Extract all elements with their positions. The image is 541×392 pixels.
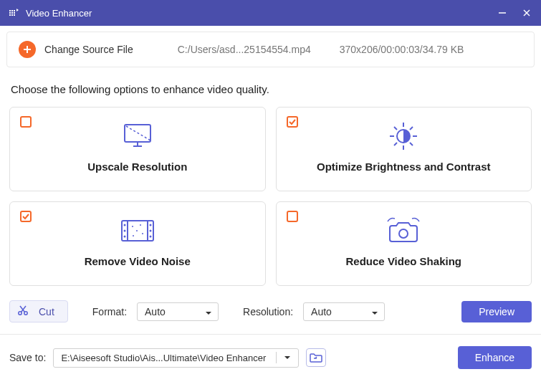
- svg-rect-6: [14, 10, 15, 11]
- minimize-button[interactable]: [497, 7, 508, 19]
- svg-point-38: [149, 235, 151, 237]
- chevron-down-icon: [371, 306, 378, 317]
- option-title: Remove Video Noise: [85, 255, 191, 267]
- change-source-button[interactable]: Change Source File: [44, 44, 133, 55]
- svg-rect-0: [9, 10, 11, 11]
- option-title: Optimize Brightness and Contrast: [317, 161, 491, 173]
- film-icon: [119, 215, 156, 247]
- cut-label: Cut: [39, 306, 54, 317]
- svg-rect-44: [287, 211, 297, 221]
- folder-icon: [310, 353, 322, 363]
- svg-rect-19: [287, 117, 297, 127]
- option-title: Upscale Resolution: [87, 161, 187, 173]
- option-remove-video-noise[interactable]: Remove Video Noise: [9, 201, 266, 286]
- svg-rect-8: [14, 14, 15, 16]
- titlebar: Video Enhancer: [0, 0, 541, 26]
- plus-icon[interactable]: [19, 41, 36, 58]
- svg-rect-4: [11, 12, 13, 14]
- monitor-icon: [120, 120, 155, 152]
- svg-rect-29: [21, 211, 31, 221]
- checkbox-checked-icon[interactable]: [287, 116, 298, 128]
- svg-rect-5: [11, 14, 13, 16]
- option-upscale-resolution[interactable]: Upscale Resolution: [9, 107, 266, 191]
- format-label: Format:: [92, 306, 127, 317]
- svg-point-34: [123, 229, 125, 231]
- svg-rect-7: [14, 12, 15, 14]
- checkbox-unchecked-icon[interactable]: [287, 211, 298, 222]
- checkbox-unchecked-icon[interactable]: [20, 116, 32, 128]
- app-title: Video Enhancer: [26, 8, 497, 19]
- svg-point-43: [133, 235, 134, 236]
- svg-point-37: [149, 229, 151, 231]
- open-folder-button[interactable]: [306, 348, 326, 367]
- option-reduce-video-shaking[interactable]: Reduce Video Shaking: [276, 201, 532, 286]
- resolution-select[interactable]: Auto: [303, 302, 385, 321]
- checkbox-checked-icon[interactable]: [20, 211, 32, 222]
- chevron-down-icon: [205, 306, 212, 317]
- svg-line-26: [410, 143, 413, 145]
- camera-icon: [385, 215, 422, 247]
- enhance-button[interactable]: Enhance: [458, 346, 532, 369]
- close-button[interactable]: [521, 7, 532, 19]
- scissors-icon: [17, 305, 29, 318]
- save-path-select[interactable]: E:\Aiseesoft Studio\Ais...Ultimate\Video…: [53, 348, 299, 368]
- svg-point-42: [142, 233, 143, 234]
- save-path-text: E:\Aiseesoft Studio\Ais...Ultimate\Video…: [54, 349, 276, 367]
- options-grid: Upscale Resolution: [6, 107, 535, 286]
- toolbar: Cut Format: Auto Resolution: Auto Previe…: [6, 300, 535, 334]
- app-icon: [9, 7, 20, 19]
- svg-rect-2: [9, 14, 11, 16]
- preview-button[interactable]: Preview: [461, 301, 532, 322]
- svg-point-36: [149, 224, 151, 226]
- bottom-bar: Save to: E:\Aiseesoft Studio\Ais...Ultim…: [6, 335, 535, 373]
- svg-point-35: [123, 235, 125, 237]
- svg-point-39: [132, 226, 133, 227]
- cut-button[interactable]: Cut: [9, 300, 68, 322]
- save-to-label: Save to:: [9, 352, 46, 363]
- svg-point-40: [140, 224, 141, 226]
- svg-line-27: [410, 127, 413, 130]
- svg-rect-3: [11, 10, 13, 11]
- svg-line-16: [126, 126, 150, 140]
- resolution-label: Resolution:: [243, 306, 293, 317]
- svg-point-41: [136, 230, 138, 231]
- svg-rect-1: [9, 12, 11, 14]
- source-file-path: C:/Users/asd...25154554.mp4: [178, 44, 311, 55]
- svg-line-25: [394, 127, 397, 130]
- svg-point-33: [123, 224, 125, 226]
- option-optimize-brightness[interactable]: Optimize Brightness and Contrast: [276, 107, 532, 191]
- svg-point-45: [399, 229, 408, 238]
- svg-rect-14: [21, 117, 31, 127]
- source-file-info: 370x206/00:00:03/34.79 KB: [340, 44, 464, 55]
- chevron-down-icon[interactable]: [276, 352, 298, 363]
- option-title: Reduce Video Shaking: [346, 255, 461, 267]
- instruction-text: Choose the following options to enhance …: [11, 83, 535, 95]
- format-value: Auto: [145, 306, 166, 317]
- format-select[interactable]: Auto: [137, 302, 219, 321]
- sun-icon: [386, 120, 421, 152]
- svg-line-28: [394, 143, 397, 145]
- resolution-value: Auto: [311, 306, 332, 317]
- source-bar: Change Source File C:/Users/asd...251545…: [6, 32, 535, 67]
